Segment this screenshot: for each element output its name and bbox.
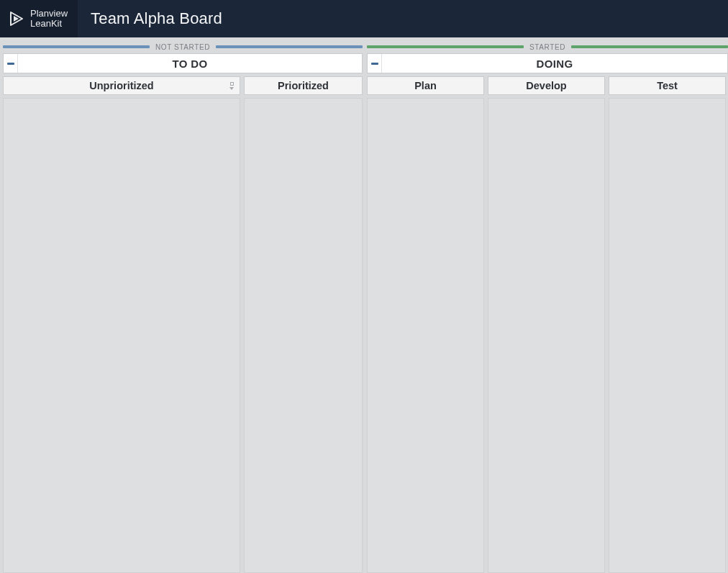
collapse-button-doing[interactable] bbox=[368, 54, 382, 73]
sublane-label: Develop bbox=[526, 80, 566, 91]
sublane-label: Prioritized bbox=[278, 80, 329, 91]
sublane-plan: Plan bbox=[367, 76, 484, 573]
lane-title: TO DO bbox=[18, 58, 362, 70]
sublane-test: Test bbox=[609, 76, 726, 573]
sublane-prioritized: Prioritized bbox=[244, 76, 363, 573]
sublane-header-develop[interactable]: Develop bbox=[488, 76, 605, 95]
column-body-unprioritized[interactable] bbox=[3, 98, 240, 573]
column-body-prioritized[interactable] bbox=[244, 98, 363, 573]
sublane-label: Test bbox=[657, 80, 678, 91]
brand-line1: Planview bbox=[30, 9, 68, 19]
column-body-develop[interactable] bbox=[488, 98, 605, 573]
sublane-header-unprioritized[interactable]: Unprioritized bbox=[3, 76, 240, 95]
lane-header-todo[interactable]: TO DO bbox=[3, 53, 363, 73]
sublane-label: Unprioritized bbox=[89, 80, 153, 91]
collapse-button-todo[interactable] bbox=[4, 54, 18, 73]
status-line-right bbox=[571, 45, 728, 48]
status-line-left bbox=[367, 45, 524, 48]
top-header: Planview LeanKit Team Alpha Board bbox=[0, 0, 728, 37]
brand-box[interactable]: Planview LeanKit bbox=[0, 0, 78, 37]
lane-title: DOING bbox=[382, 58, 727, 70]
sublane-unprioritized: Unprioritized bbox=[3, 76, 240, 573]
status-line-left bbox=[3, 45, 150, 48]
column-body-plan[interactable] bbox=[367, 98, 484, 573]
status-bar-started: STARTED bbox=[367, 42, 728, 52]
board-area: NOT STARTED TO DO Unprioritized bbox=[0, 37, 728, 573]
sublane-header-test[interactable]: Test bbox=[609, 76, 726, 95]
brand-text: Planview LeanKit bbox=[30, 9, 68, 28]
sort-icon[interactable] bbox=[228, 80, 235, 91]
section-started: STARTED DOING Plan Develop bbox=[367, 42, 728, 573]
minus-icon bbox=[371, 63, 378, 65]
column-body-test[interactable] bbox=[609, 98, 726, 573]
status-line-right bbox=[216, 45, 363, 48]
brand-line2: LeanKit bbox=[30, 19, 68, 29]
lane-header-doing[interactable]: DOING bbox=[367, 53, 728, 73]
sublane-develop: Develop bbox=[488, 76, 605, 573]
status-label: STARTED bbox=[524, 43, 571, 51]
status-label: NOT STARTED bbox=[150, 43, 216, 51]
sublane-label: Plan bbox=[414, 80, 437, 91]
planview-logo-icon bbox=[7, 10, 24, 27]
board-title: Team Alpha Board bbox=[91, 9, 222, 28]
minus-icon bbox=[7, 63, 14, 65]
sublane-header-prioritized[interactable]: Prioritized bbox=[244, 76, 363, 95]
sublane-header-plan[interactable]: Plan bbox=[367, 76, 484, 95]
section-not-started: NOT STARTED TO DO Unprioritized bbox=[3, 42, 363, 573]
status-bar-not-started: NOT STARTED bbox=[3, 42, 363, 52]
